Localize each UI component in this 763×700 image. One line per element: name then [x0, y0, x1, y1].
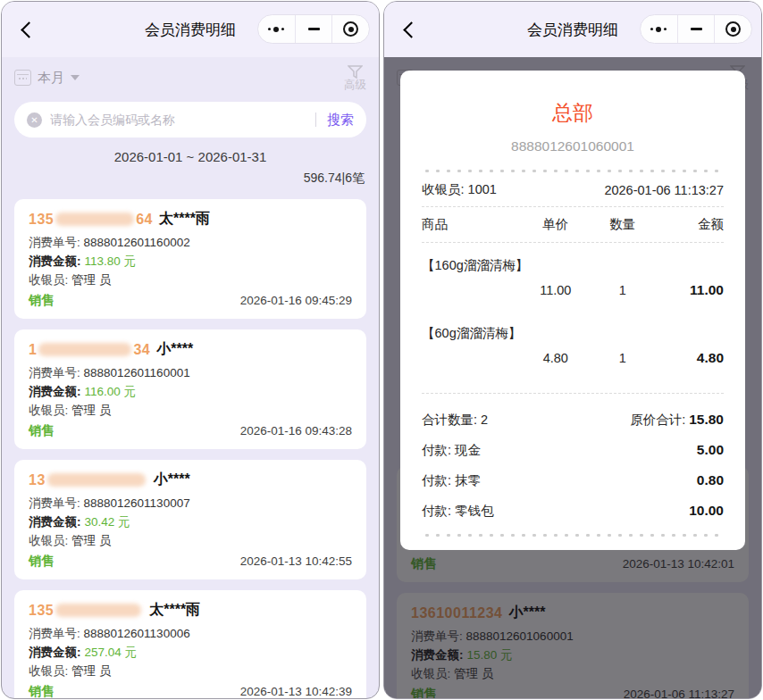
- phone-blurred: [38, 343, 131, 356]
- search-divider: [315, 112, 316, 127]
- minimize-icon: [308, 28, 320, 30]
- cashier-label: 收银员:: [29, 664, 68, 678]
- amount-label: 消费金额:: [29, 646, 81, 659]
- record-card[interactable]: 135 64 太****雨 消费单号: 8888012601160002 消费金…: [14, 199, 366, 319]
- receipt-item: 【60g溜溜清梅】 4.80 1 4.80: [422, 325, 724, 366]
- sale-type-badge: 销售: [29, 553, 54, 570]
- item-name: 【160g溜溜清梅】: [422, 257, 724, 274]
- member-phone-line: 135 太****雨: [29, 601, 352, 620]
- member-phone-line: 135 64 太****雨: [29, 210, 352, 229]
- receipt-table-header: 商品 单价 数量 金额: [422, 207, 724, 242]
- payment-amount: 5.00: [697, 442, 724, 458]
- store-name: 总部: [422, 99, 724, 127]
- period-label: 本月: [38, 70, 64, 87]
- caret-down-icon: [71, 75, 80, 80]
- record-card[interactable]: 135 太****雨 消费单号: 8888012601130006 消费金额:2…: [14, 590, 366, 699]
- member-name: 太****雨: [149, 601, 200, 620]
- dashed-divider: [422, 242, 724, 243]
- phone-blurred: [55, 604, 141, 617]
- record-card[interactable]: 1 34 小**** 消费单号: 8888012601160001 消费金额:1…: [14, 329, 366, 449]
- phone-suffix: 34: [133, 342, 150, 358]
- miniprogram-capsule: [640, 14, 752, 44]
- receipt-datetime: 2026-01-06 11:13:27: [604, 183, 724, 197]
- receipt-totals: 合计数量: 2 原价合计: 15.80 付款: 现金 5.00 付款: 抹零 0…: [422, 394, 724, 526]
- item-price: 11.00: [521, 283, 590, 297]
- record-card[interactable]: 13 小**** 消费单号: 8888012601130007 消费金额:30.…: [14, 460, 366, 579]
- phone-prefix: 1: [29, 342, 37, 358]
- item-amount: 11.00: [655, 282, 724, 298]
- amount-label: 消费金额:: [29, 515, 81, 529]
- col-product: 商品: [422, 216, 521, 233]
- sale-type-badge: 销售: [29, 292, 54, 309]
- item-price: 4.80: [521, 351, 590, 365]
- cashier-value: 管理 员: [71, 273, 111, 287]
- page-title: 会员消费明细: [145, 20, 236, 40]
- cashier-value: 管理 员: [71, 404, 111, 417]
- phone-prefix: 135: [29, 212, 54, 228]
- miniprogram-capsule: [257, 14, 370, 44]
- amount-value: 257.04: [85, 646, 122, 659]
- order-no-value: 8888012601160002: [84, 236, 190, 249]
- minimize-button[interactable]: [295, 15, 332, 43]
- order-no-label: 消费单号:: [29, 627, 80, 640]
- receipt-cashier-value: 1001: [468, 182, 497, 196]
- cashier-value: 管理 员: [71, 664, 111, 678]
- member-name: 太****雨: [159, 210, 210, 229]
- amount-value: 30.42: [85, 515, 115, 529]
- close-circle-button[interactable]: [331, 15, 369, 43]
- order-no-value: 8888012601130006: [84, 627, 190, 640]
- period-selector[interactable]: 本月: [14, 70, 80, 87]
- amount-label: 消费金额:: [29, 254, 81, 268]
- amount-label: 消费金额:: [29, 385, 81, 398]
- target-icon: [343, 21, 358, 37]
- record-time: 2026-01-13 10:42:55: [240, 554, 352, 568]
- receipt-cashier-label: 收银员:: [422, 182, 468, 196]
- funnel-icon: [348, 65, 363, 79]
- phone-suffix: 64: [136, 212, 153, 228]
- calendar-icon: [14, 70, 31, 86]
- payment-amount: 10.00: [689, 503, 724, 519]
- currency-unit: 元: [125, 646, 138, 659]
- total-qty-label: 合计数量:: [422, 412, 481, 427]
- cashier-value: 管理 员: [71, 534, 111, 547]
- minimize-icon: [691, 28, 702, 30]
- col-amount: 金额: [655, 216, 724, 233]
- total-label: 原价合计:: [630, 412, 689, 427]
- clear-icon[interactable]: ✕: [27, 112, 42, 128]
- item-qty: 1: [590, 283, 655, 297]
- cashier-label: 收银员:: [29, 273, 68, 287]
- sale-type-badge: 销售: [29, 422, 54, 439]
- payment-label: 付款: 现金: [422, 442, 481, 459]
- record-time: 2026-01-16 09:43:28: [240, 424, 352, 438]
- total-value: 15.80: [689, 412, 724, 427]
- search-input[interactable]: [50, 112, 305, 127]
- payment-label: 付款: 零钱包: [422, 503, 494, 520]
- phone-blurred: [55, 212, 134, 226]
- back-icon[interactable]: [18, 21, 38, 40]
- back-icon[interactable]: [400, 21, 420, 40]
- col-price: 单价: [521, 216, 590, 233]
- close-circle-button[interactable]: [714, 15, 751, 43]
- date-range: 2026-01-01 ~ 2026-01-31: [16, 149, 365, 164]
- payment-label: 付款: 抹零: [422, 472, 481, 489]
- currency-unit: 元: [124, 385, 137, 398]
- currency-unit: 元: [118, 515, 130, 529]
- screen-receipt-modal: 会员消费明细 本月 高级: [383, 1, 762, 699]
- order-no-label: 消费单号:: [29, 366, 80, 379]
- more-menu-button[interactable]: [641, 15, 677, 43]
- order-no-label: 消费单号:: [29, 236, 80, 249]
- item-name: 【60g溜溜清梅】: [422, 325, 724, 342]
- nav-bar: 会员消费明细: [2, 2, 379, 57]
- receipt-number: 8888012601060001: [422, 138, 724, 154]
- record-time: 2026-01-16 09:45:29: [240, 294, 352, 307]
- minimize-button[interactable]: [677, 15, 715, 43]
- phone-prefix: 135: [29, 603, 54, 619]
- search-button[interactable]: 搜索: [327, 112, 354, 129]
- cashier-label: 收银员:: [29, 534, 68, 547]
- summary-total: 596.74|6笔: [16, 171, 365, 187]
- more-menu-button[interactable]: [258, 15, 295, 43]
- search-bar: ✕ 搜索: [14, 102, 366, 138]
- member-phone-line: 1 34 小****: [29, 340, 352, 359]
- member-name: 小****: [154, 471, 190, 489]
- advanced-filter-button[interactable]: 高级: [344, 65, 366, 91]
